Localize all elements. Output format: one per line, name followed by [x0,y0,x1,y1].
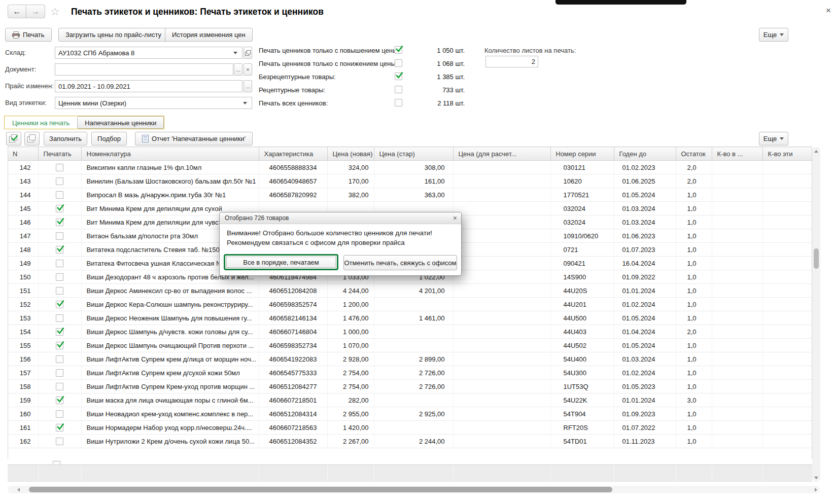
column-header[interactable]: N [8,147,38,161]
row-print-checkbox[interactable] [56,410,63,418]
document-choose-button[interactable]: ... [234,63,242,76]
forward-button[interactable]: → [26,5,45,18]
pick-button[interactable]: Подбор [91,132,127,146]
vertical-scrollbar[interactable] [812,147,820,482]
filter-checkbox[interactable] [395,46,402,54]
row-print-checkbox[interactable] [56,314,63,322]
row-print-checkbox[interactable] [56,260,63,267]
table-row[interactable]: 158 Виши ЛифтАктив Супрем Крем-уход прот… [8,380,812,393]
row-print-checkbox[interactable] [56,205,63,212]
more-button-table[interactable]: Еще [759,132,788,146]
column-header[interactable]: Печатать [38,147,81,161]
window-close-icon[interactable]: × [824,6,833,16]
vertical-scroll-thumb[interactable] [814,248,819,269]
cell-stock: 1,0 [676,257,712,270]
column-header[interactable]: Номер серии [550,147,614,161]
row-print-checkbox[interactable] [56,328,63,336]
filter-checkbox[interactable] [395,99,402,106]
sheets-count-input[interactable]: 2 [485,56,538,67]
table-row[interactable]: 152 Виши Деркос Кера-Солюшн шампунь реко… [8,298,812,311]
check-all-button[interactable] [6,132,21,146]
table-row[interactable]: 151 Виши Деркос Аминексил ср-во от выпад… [8,284,812,298]
column-header[interactable]: К-во в ... [712,147,762,161]
row-print-checkbox[interactable] [56,219,63,226]
table-row[interactable]: 153 Виши Деркос Неоженик Шампунь для пов… [8,311,812,325]
scroll-down-icon[interactable] [812,474,820,482]
row-print-checkbox[interactable] [56,287,63,295]
uncheck-all-button[interactable] [24,132,40,146]
table-row[interactable]: 160 Виши Неовадиол крем-уход компенс.ком… [8,407,812,421]
dialog-close-icon[interactable]: × [453,214,457,222]
tab[interactable]: Ценники на печать [5,116,77,129]
price-history-button[interactable]: История изменения цен [165,28,253,42]
dialog-ok-button[interactable]: Все в порядке, печатаем [224,254,338,270]
fill-button[interactable]: Заполнить [44,132,87,146]
cell-price-calc [453,435,550,448]
row-print-checkbox[interactable] [56,355,63,363]
column-header[interactable]: Остаток [676,147,712,161]
column-header[interactable]: Характеристика [259,147,327,161]
more-button-top[interactable]: Еще [759,28,788,42]
table-row[interactable]: 143 Винилин (Бальзам Шостаковского) баль… [8,174,812,188]
row-print-checkbox[interactable] [56,191,63,199]
row-print-checkbox[interactable] [56,342,63,349]
row-print-checkbox[interactable] [56,383,63,390]
horizontal-scroll-thumb[interactable] [29,487,612,492]
row-print-checkbox[interactable] [56,301,63,308]
print-button[interactable]: Печать [5,28,52,42]
price-period-choose-button[interactable]: ... [244,80,252,92]
table-row[interactable]: 155 Виши Деркос Шампунь очищающий Против… [8,339,812,352]
cell-stock: 2,0 [676,325,712,339]
warehouse-field[interactable]: АУ1032 СПб Абрамова 8 [55,47,242,59]
table-row[interactable]: 159 Виши маска для лица очищающая поры с… [8,393,812,407]
cell-series: 1UT53Q [550,380,614,393]
tab[interactable]: Напечатанные ценники [77,116,164,129]
document-field[interactable] [55,63,233,76]
filter-checkbox[interactable] [395,73,402,80]
back-button[interactable]: ← [8,5,26,18]
column-header[interactable]: Цена (стар) [374,147,453,161]
row-print-checkbox[interactable] [56,177,63,185]
row-print-checkbox[interactable] [56,369,63,377]
column-header[interactable]: Годен до [614,147,676,161]
cell-price-new: 1 070,00 [327,339,374,352]
column-header[interactable]: Цена (новая) [327,147,374,161]
forward-arrow-icon: → [31,7,40,16]
table-row[interactable]: 142 Виксипин капли глазные 1% фл.10мл 46… [8,161,812,174]
row-print-checkbox[interactable] [56,438,63,445]
scroll-up-icon[interactable] [812,147,820,155]
table-row[interactable]: 154 Виши Деркос Шампунь д/чувств. кожи г… [8,325,812,339]
load-prices-button[interactable]: Загрузить цены по прайс-листу [58,28,168,42]
chevron-down-icon[interactable] [243,102,247,104]
row-print-checkbox[interactable] [56,397,63,404]
warehouse-open-button[interactable] [244,47,252,59]
table-row[interactable]: 157 Виши ЛифтАктив Супрем крем д/сухой к… [8,366,812,380]
chevron-down-icon[interactable] [233,52,237,54]
dialog-cancel-button[interactable]: Отменить печать, свяжусь с офисом [343,255,457,270]
cell-characteristic: 4606598352734 [259,339,327,352]
row-print-checkbox[interactable] [56,273,63,281]
favorite-star-icon[interactable]: ☆ [50,6,60,18]
filter-checkbox[interactable] [395,86,402,93]
table-row[interactable]: 144 Випросал В мазь д/наружн.прим.туба 3… [8,188,812,202]
label-type-field[interactable]: Ценник мини (Озерки) [55,97,252,109]
price-period-field[interactable]: 01.09.2021 - 10.09.2021 [55,80,242,92]
dialog-title-bar[interactable]: Отобрано 726 товаров × [220,212,461,224]
column-header[interactable]: Номенклатура [81,147,259,161]
column-header[interactable]: Цена (для расчет... [453,147,550,161]
row-print-checkbox[interactable] [56,424,63,431]
column-header[interactable]: К-во эти [762,147,812,161]
table-row[interactable]: 161 Виши Нормадерм Набор уход корр.п/нес… [8,421,812,435]
scroll-right-icon[interactable] [812,486,820,493]
document-clear-button[interactable]: × [244,63,252,76]
filter-checkbox[interactable] [395,59,402,67]
scroll-left-icon[interactable] [15,486,22,493]
table-row[interactable]: 156 Виши ЛифтАктив Супрем крем д/лица от… [8,352,812,366]
row-print-checkbox[interactable] [56,246,63,254]
row-print-checkbox[interactable] [56,232,63,240]
table-row[interactable]: 162 Виши Нутриложи 2 Крем д/очень сухой … [8,435,812,448]
row-print-checkbox[interactable] [56,164,63,171]
report-button[interactable]: Отчет 'Напечатанные ценники' [135,132,253,146]
more-label: Еще [763,31,777,39]
horizontal-scrollbar[interactable] [8,486,820,493]
